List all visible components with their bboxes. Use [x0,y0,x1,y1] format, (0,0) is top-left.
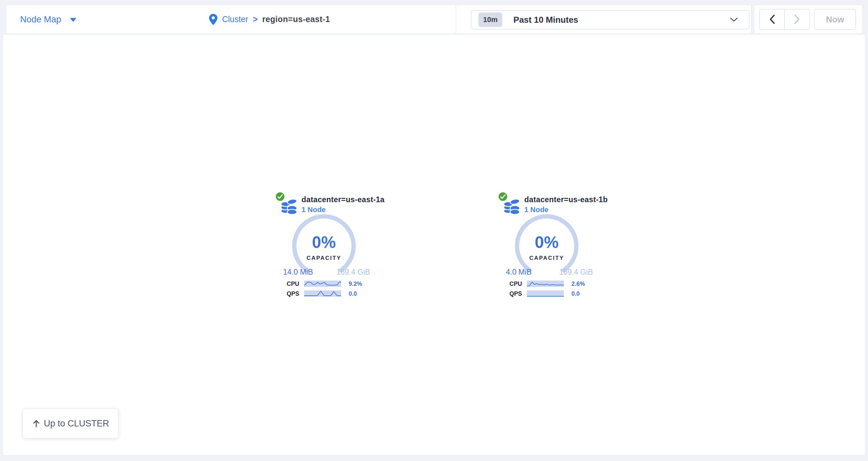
qps-label: QPS [477,290,522,297]
header-divider [456,5,456,34]
breadcrumb-separator: > [253,14,258,24]
cpu-value: 2.6% [571,281,585,288]
breadcrumb-current-region: region=us-east-1 [262,14,330,24]
cpu-metric-row: CPU 2.6% [477,281,616,287]
capacity-used: 4.0 MiB [506,268,531,276]
cpu-label: CPU [255,281,299,288]
cpu-sparkline [304,281,341,287]
datacenter-title: datacenter=us-east-1a [302,195,384,204]
time-range-dropdown[interactable]: 10m Past 10 Minutes [471,10,749,29]
breadcrumb-cluster-link[interactable]: Cluster [222,14,248,24]
breadcrumb: Cluster > region=us-east-1 [209,14,330,25]
view-selector-dropdown[interactable]: Node Map [20,14,76,24]
up-to-cluster-label: Up to CLUSTER [44,419,109,429]
capacity-values: 4.0 MiB 169.4 GiB [506,268,593,276]
arrow-up-icon [32,419,40,428]
chevron-right-icon [794,14,800,24]
capacity-caption: CAPACITY [291,255,357,261]
datacenter-card[interactable]: datacenter=us-east-1b 1 Node 0% CAPACITY… [477,191,616,303]
chevron-left-icon [769,14,775,24]
capacity-total: 169.4 GiB [559,268,593,276]
view-selector-label: Node Map [20,14,61,24]
up-to-cluster-button[interactable]: Up to CLUSTER [23,409,118,438]
capacity-percent: 0% [514,233,580,252]
capacity-total: 169.4 GiB [337,268,370,276]
capacity-values: 14.0 MiB 169.4 GiB [283,268,370,276]
time-nav-bar: Now [754,5,863,34]
capacity-caption: CAPACITY [514,255,580,261]
capacity-used: 14.0 MiB [283,268,313,276]
datacenter-card[interactable]: datacenter=us-east-1a 1 Node 0% CAPACITY… [255,191,393,303]
qps-metric-row: QPS 0.0 [477,290,616,297]
time-range-label: Past 10 Minutes [514,15,578,25]
qps-label: QPS [255,290,299,297]
now-button[interactable]: Now [814,9,856,30]
datacenter-title: datacenter=us-east-1b [524,195,608,204]
time-next-button[interactable] [784,9,810,30]
node-map-canvas: datacenter=us-east-1a 1 Node 0% CAPACITY… [3,34,865,455]
cpu-label: CPU [477,281,522,288]
healthy-check-icon [498,191,508,202]
time-range-badge: 10m [478,12,502,27]
chevron-down-icon [730,18,738,22]
qps-metric-row: QPS 0.0 [255,290,393,297]
time-nav-arrows [759,9,810,30]
qps-sparkline [304,290,341,297]
healthy-check-icon [275,191,285,202]
cpu-value: 9.2% [349,281,362,288]
qps-sparkline [527,290,564,297]
time-prev-button[interactable] [759,9,785,30]
capacity-percent: 0% [291,233,357,252]
qps-value: 0.0 [571,290,580,297]
qps-value: 0.0 [349,290,357,297]
chevron-down-icon [70,18,76,22]
header-bar: Node Map Cluster > region=us-east-1 10m … [6,5,751,34]
cpu-metric-row: CPU 9.2% [255,281,393,287]
location-pin-icon [209,14,217,25]
cpu-sparkline [527,281,564,287]
